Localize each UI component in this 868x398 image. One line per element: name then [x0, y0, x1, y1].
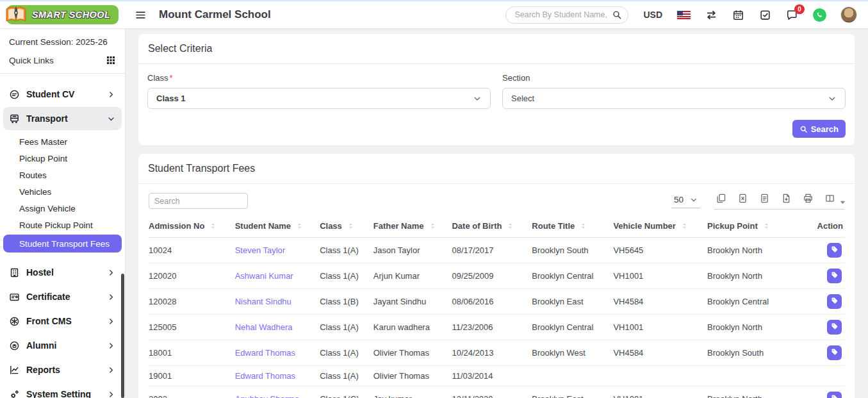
submenu-item-pickup-point[interactable]: Pickup Point [0, 150, 125, 167]
quick-links[interactable]: Quick Links [0, 49, 125, 73]
table-row: 125005Nehal WadheraClass 1(A)Karun wadhe… [149, 315, 844, 340]
sidebar-item-transport[interactable]: Transport [3, 107, 122, 130]
assign-fee-button[interactable] [827, 294, 842, 309]
column-header-class[interactable]: Class [320, 216, 373, 238]
search-icon[interactable] [612, 10, 622, 20]
sidebar-item-hostel[interactable]: Hostel [3, 261, 122, 284]
assign-fee-button[interactable] [827, 269, 842, 283]
student-name-link[interactable]: Nehal Wadhera [235, 322, 293, 332]
cell-student-name: Steven Taylor [235, 238, 320, 263]
quick-links-label: Quick Links [9, 56, 54, 65]
excel-button[interactable] [737, 194, 749, 205]
search-button[interactable]: Search [792, 120, 846, 138]
column-header-pickup-point[interactable]: Pickup Point [707, 216, 814, 238]
student-name-link[interactable]: Anubhav Sharma [235, 394, 299, 398]
column-label: Action [817, 221, 843, 231]
sidebar-item-alumni[interactable]: Alumni [3, 334, 122, 357]
task-check-icon[interactable] [759, 9, 771, 21]
submenu-item-student-transport-fees[interactable]: Student Transport Fees [3, 235, 122, 253]
student-transport-fees-card: Student Transport Fees 50 [138, 154, 855, 398]
currency-selector[interactable]: USD [643, 10, 662, 20]
whatsapp-icon[interactable] [813, 8, 826, 22]
cell-vehicle-number: VH4584 [613, 289, 707, 315]
student-name-link[interactable]: Edward Thomas [235, 348, 295, 358]
hamburger-menu-button[interactable] [131, 5, 150, 24]
student-name-link[interactable]: Nishant Sindhu [235, 297, 291, 306]
submenu-transport: Fees MasterPickup PointRoutesVehiclesAss… [0, 131, 125, 260]
table-row: 120028Nishant SindhuClass 1(B)Jayant Sin… [149, 289, 844, 315]
column-header-vehicle-number[interactable]: Vehicle Number [613, 216, 707, 238]
logo-text: SMART SCHOOL [32, 10, 110, 20]
sidebar-item-label: System Setting [26, 389, 107, 398]
csv-button[interactable] [759, 194, 771, 205]
sidebar-item-reports[interactable]: Reports [3, 358, 122, 381]
column-visibility-button[interactable] [824, 194, 843, 205]
student-search-input[interactable] [505, 6, 628, 24]
column-header-admission-no[interactable]: Admission No [149, 216, 235, 238]
assign-fee-button[interactable] [827, 392, 842, 398]
app-logo[interactable]: SMART SCHOOL [0, 5, 126, 24]
caret-down-icon [837, 197, 843, 203]
assign-fee-button[interactable] [827, 243, 842, 258]
sidebar-item-system-setting[interactable]: System Setting [3, 383, 122, 398]
chat-icon[interactable]: 0 [786, 9, 798, 21]
assign-fee-button[interactable] [827, 320, 842, 335]
cell-class: Class 1(A) [320, 238, 373, 263]
sort-icon [579, 222, 587, 230]
cell-father-name: Olivier Thomas [373, 366, 452, 386]
cell-father-name: Jason Taylor [373, 238, 452, 263]
sidebar-item-label: Reports [26, 365, 107, 375]
sidebar-item-front-cms[interactable]: Front CMS [3, 310, 122, 333]
section-select[interactable]: Select [502, 88, 846, 109]
student-name-link[interactable]: Ashwani Kumar [235, 271, 293, 281]
assign-fee-button[interactable] [827, 345, 842, 360]
column-header-student-name[interactable]: Student Name [235, 216, 320, 238]
cell-class: Class 1(A) [320, 366, 373, 386]
student-name-link[interactable]: Edward Thomas [235, 371, 295, 381]
column-header-action: Action [814, 216, 844, 238]
column-header-father-name[interactable]: Father Name [373, 216, 452, 238]
global-search [505, 6, 628, 24]
cell-class: Class 1(B) [320, 289, 373, 315]
logo-pill: SMART SCHOOL [6, 5, 119, 24]
print-button[interactable] [803, 194, 814, 205]
cell-route-title: Brooklyn East [532, 386, 613, 398]
cell-route-title: Brooklyn Central [532, 315, 613, 340]
submenu-item-assign-vehicle[interactable]: Assign Vehicle [0, 200, 125, 217]
cell-class: Class 1(A) [320, 315, 373, 340]
class-select[interactable]: Class 1 [147, 88, 491, 109]
sidebar-item-certificate[interactable]: Certificate [3, 285, 122, 308]
column-label: Class [320, 221, 342, 231]
sidebar-scrollbar[interactable] [121, 274, 124, 398]
submenu-item-vehicles[interactable]: Vehicles [0, 183, 125, 200]
language-flag-icon[interactable] [677, 11, 691, 19]
table-card-title: Student Transport Fees [138, 154, 855, 184]
column-header-date-of-birth[interactable]: Date of Birth [452, 216, 532, 238]
table-search-input[interactable] [149, 193, 248, 209]
sidebar-item-student-cv[interactable]: Student CV [3, 83, 122, 106]
sort-icon [506, 222, 514, 230]
sidebar-item-label: Certificate [26, 292, 107, 302]
column-label: Vehicle Number [613, 221, 676, 231]
cell-student-name: Edward Thomas [235, 340, 320, 366]
pdf-button[interactable] [781, 194, 792, 205]
submenu-item-route-pickup-point[interactable]: Route Pickup Point [0, 217, 125, 233]
column-label: Student Name [235, 221, 291, 231]
page-size-select[interactable]: 50 [671, 194, 700, 208]
table-row: 120020Ashwani KumarClass 1(A)Arjun Kumar… [149, 263, 844, 289]
copy-button[interactable] [716, 194, 727, 205]
sidebar-item-label: Student CV [26, 89, 107, 99]
swap-arrows-icon[interactable] [705, 9, 717, 21]
calendar-icon[interactable] [732, 9, 744, 21]
student-name-link[interactable]: Steven Taylor [235, 245, 286, 255]
cell-father-name: Jayant Sindhu [373, 289, 452, 315]
user-avatar[interactable] [841, 7, 856, 22]
cell-pickup-point: Brooklyn North [707, 238, 814, 263]
column-header-route-title[interactable]: Route Title [532, 216, 613, 238]
sort-icon [429, 222, 437, 230]
cell-admission-no: 19001 [149, 366, 235, 386]
select-criteria-title: Select Criteria [138, 34, 855, 64]
cell-date-of-birth: 10/24/2013 [452, 340, 532, 366]
submenu-item-fees-master[interactable]: Fees Master [0, 133, 125, 150]
submenu-item-routes[interactable]: Routes [0, 167, 125, 183]
